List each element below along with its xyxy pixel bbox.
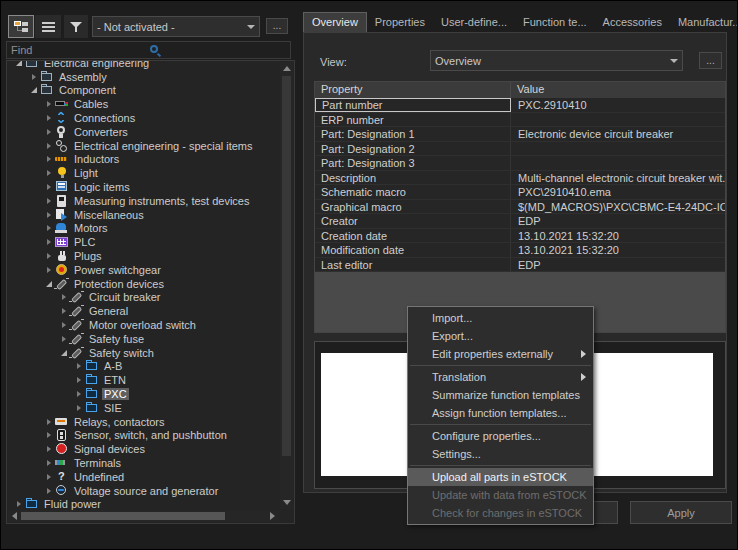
expand-icon[interactable] xyxy=(44,182,55,192)
property-cell[interactable]: Schematic macro xyxy=(315,185,511,199)
value-cell[interactable]: 13.10.2021 15:32:20 xyxy=(511,229,725,243)
expand-icon[interactable] xyxy=(44,210,55,220)
expand-icon[interactable] xyxy=(44,141,55,151)
tab-user-define[interactable]: User-define... xyxy=(433,13,515,32)
value-cell[interactable]: EDP xyxy=(511,214,725,228)
expand-icon[interactable] xyxy=(44,223,55,233)
tree-item-signal-devices[interactable]: Signal devices xyxy=(8,442,279,456)
expand-icon[interactable] xyxy=(44,154,55,164)
property-cell[interactable]: Last editor xyxy=(315,258,511,272)
expand-icon[interactable] xyxy=(74,375,85,385)
scroll-right-icon[interactable] xyxy=(270,512,275,520)
search-icon[interactable] xyxy=(149,44,287,57)
value-cell[interactable]: Electronic device circuit breaker xyxy=(511,127,725,141)
tree-item-circuit-breaker[interactable]: Circuit breaker xyxy=(8,291,279,305)
expand-icon[interactable] xyxy=(74,361,85,371)
tab-function-te[interactable]: Function te... xyxy=(515,13,595,32)
expand-icon[interactable] xyxy=(29,72,40,82)
tree-item-motors[interactable]: Motors xyxy=(8,222,279,236)
tree-item-etn[interactable]: ETN xyxy=(8,373,279,387)
tree-vertical-scrollbar[interactable] xyxy=(280,62,293,509)
expand-icon[interactable] xyxy=(44,444,55,454)
tree-item-converters[interactable]: Converters xyxy=(8,125,279,139)
expand-icon[interactable] xyxy=(44,265,55,275)
collapse-icon[interactable] xyxy=(29,85,40,95)
menu-item-import[interactable]: Import... xyxy=(408,309,593,327)
tree-item-fluid-power[interactable]: Fluid power xyxy=(8,498,279,511)
menu-item-edit-properties-externally[interactable]: Edit properties externally xyxy=(408,345,593,363)
tree-item-electrical-engineering-special-items[interactable]: Electrical engineering - special items xyxy=(8,139,279,153)
tree-item-plc[interactable]: PLC xyxy=(8,235,279,249)
expand-icon[interactable] xyxy=(44,127,55,137)
expand-icon[interactable] xyxy=(44,486,55,496)
tree-item-protection-devices[interactable]: Protection devices xyxy=(8,277,279,291)
tree-item-measuring-instruments-test-devices[interactable]: Measuring instruments, test devices xyxy=(8,194,279,208)
tree-item-inductors[interactable]: Inductors xyxy=(8,153,279,167)
tree-item-sensor-switch-and-pushbutton[interactable]: Sensor, switch, and pushbutton xyxy=(8,429,279,443)
tree-item-motor-overload-switch[interactable]: Motor overload switch xyxy=(8,318,279,332)
list-view-button[interactable] xyxy=(35,15,61,38)
filter-dropdown[interactable]: - Not activated - xyxy=(92,16,260,37)
menu-item-assign-function-templates[interactable]: Assign function templates... xyxy=(408,404,593,422)
tree-item-cables[interactable]: Cables xyxy=(8,97,279,111)
scroll-down-icon[interactable] xyxy=(283,500,291,505)
tree-item-undefined[interactable]: Undefined xyxy=(8,470,279,484)
expand-icon[interactable] xyxy=(44,458,55,468)
collapse-icon[interactable] xyxy=(14,60,25,68)
property-cell[interactable]: Part: Designation 3 xyxy=(315,156,511,170)
view-dropdown[interactable]: Overview xyxy=(430,50,683,71)
horizontal-scroll-thumb[interactable] xyxy=(21,512,225,520)
value-cell[interactable]: $(MD_MACROS)\PXC\CBMC-E4-24DC-IOL... xyxy=(511,200,725,214)
tree-item-electrical-engineering[interactable]: Electrical engineering xyxy=(8,60,279,70)
tree-item-safety-fuse[interactable]: Safety fuse xyxy=(8,332,279,346)
expand-icon[interactable] xyxy=(44,417,55,427)
property-cell[interactable]: Description xyxy=(315,171,511,185)
view-more-button[interactable]: ... xyxy=(699,52,722,69)
tree-item-relays-contactors[interactable]: Relays, contactors xyxy=(8,415,279,429)
filter-button[interactable] xyxy=(64,15,88,38)
tree-view-button[interactable] xyxy=(8,15,34,38)
tree-item-a-b[interactable]: A-B xyxy=(8,360,279,374)
value-column-header[interactable]: Value xyxy=(511,82,725,98)
expand-icon[interactable] xyxy=(44,251,55,261)
expand-icon[interactable] xyxy=(44,113,55,123)
menu-item-configure-properties[interactable]: Configure properties... xyxy=(408,427,593,445)
expand-icon[interactable] xyxy=(44,430,55,440)
tree-item-component[interactable]: Component xyxy=(8,84,279,98)
value-cell[interactable] xyxy=(511,156,725,170)
tree-item-logic-items[interactable]: Logic items xyxy=(8,180,279,194)
apply-button[interactable]: Apply xyxy=(630,501,732,524)
vertical-scroll-thumb[interactable] xyxy=(282,76,291,456)
value-cell[interactable] xyxy=(511,113,725,127)
tab-properties[interactable]: Properties xyxy=(367,13,433,32)
property-cell[interactable]: Part: Designation 2 xyxy=(315,142,511,156)
expand-icon[interactable] xyxy=(44,472,55,482)
scroll-left-icon[interactable] xyxy=(12,512,17,520)
filter-more-button[interactable]: ... xyxy=(266,18,288,34)
expand-icon[interactable] xyxy=(74,389,85,399)
tree-item-plugs[interactable]: Plugs xyxy=(8,249,279,263)
property-column-header[interactable]: Property xyxy=(315,82,511,98)
expand-icon[interactable] xyxy=(44,168,55,178)
tree-item-general[interactable]: General xyxy=(8,304,279,318)
tree-item-pxc[interactable]: PXC xyxy=(8,387,279,401)
tree-item-assembly[interactable]: Assembly xyxy=(8,70,279,84)
value-cell[interactable]: Multi-channel electronic circuit breaker… xyxy=(511,171,725,185)
property-cell[interactable]: Part: Designation 1 xyxy=(315,127,511,141)
menu-item-summarize-function-templates[interactable]: Summarize function templates xyxy=(408,386,593,404)
expand-icon[interactable] xyxy=(44,237,55,247)
expand-icon[interactable] xyxy=(14,499,25,509)
tree-item-terminals[interactable]: Terminals xyxy=(8,456,279,470)
tree-item-connections[interactable]: Connections xyxy=(8,111,279,125)
tab-manufactur[interactable]: Manufactur... xyxy=(670,13,738,32)
expand-icon[interactable] xyxy=(44,99,55,109)
menu-item-export[interactable]: Export... xyxy=(408,327,593,345)
menu-item-upload-all-parts-in-estock[interactable]: Upload all parts in eSTOCK xyxy=(408,468,593,486)
tree-item-miscellaneous[interactable]: Miscellaneous xyxy=(8,208,279,222)
property-cell[interactable]: Creator xyxy=(315,214,511,228)
find-input[interactable]: Find xyxy=(6,41,291,59)
property-cell[interactable]: Graphical macro xyxy=(315,200,511,214)
property-cell[interactable]: Modification date xyxy=(315,243,511,257)
property-cell[interactable]: ERP number xyxy=(315,113,511,127)
scroll-up-icon[interactable] xyxy=(283,66,291,71)
